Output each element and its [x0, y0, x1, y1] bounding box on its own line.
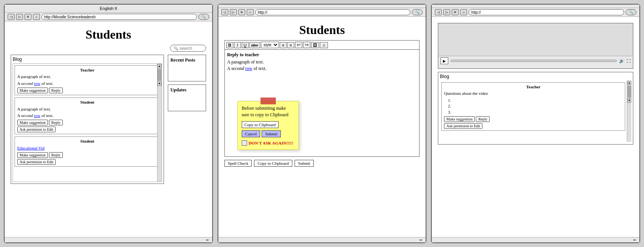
browser-content-1: Students 🔍 Blog Teacher A paragraph of t…	[5, 21, 212, 237]
post-entry-1: Teacher A paragraph of text. A second ro…	[15, 65, 160, 95]
editor-italic: second	[231, 66, 244, 71]
underline-btn[interactable]: U	[242, 42, 249, 48]
dont-ask-row: DON'T ASK AGAIN!!!!!	[242, 140, 295, 146]
scroll-up-1[interactable]: ▲	[157, 64, 162, 68]
reply-to-label: Reply to teacher	[227, 52, 417, 58]
link-1[interactable]: row	[34, 81, 40, 86]
reply-btn-p3[interactable]: Reply	[476, 116, 490, 122]
scroll-thumb-1[interactable]	[157, 69, 161, 81]
sticky-note: Before submitting make sure to copy to C…	[238, 101, 299, 150]
strikethrough-btn[interactable]: abe	[249, 42, 260, 48]
scroll-down-1[interactable]: ▼	[157, 81, 162, 86]
browser-footer-2: ✏	[218, 237, 426, 242]
search-icon-1: 🔍	[174, 46, 178, 50]
toolbar-1: ◁ ▷ ✕ ⌂ 🔍	[5, 13, 212, 21]
make-suggestion-btn-2[interactable]: Make suggestion	[17, 120, 48, 125]
post-item-3: 3.	[448, 109, 623, 115]
blog-scroll-area-1: Teacher A paragraph of text. A second ro…	[13, 63, 162, 182]
bold-btn[interactable]: B	[226, 42, 233, 48]
footer-icon-2: ✏	[420, 238, 423, 242]
ask-permission-btn-3[interactable]: Ask permision to Edit	[17, 159, 56, 165]
scrollbar-1: ▲ ▼	[157, 64, 162, 182]
titlebar-2	[218, 5, 426, 8]
edu-link[interactable]: Educational Vid	[17, 146, 44, 150]
copy-clipboard-btn-2[interactable]: Copy to Clipboard	[254, 160, 292, 167]
title-text-1: English II	[8, 6, 209, 11]
scroll-up-3[interactable]: ▲	[627, 81, 631, 85]
search-btn-1[interactable]: 🔍	[198, 14, 209, 20]
home-btn-2[interactable]: ⌂	[247, 9, 254, 15]
back-btn-3[interactable]: ◁	[435, 9, 442, 15]
close-btn-1[interactable]: ✕	[25, 14, 31, 20]
home-btn-3[interactable]: ⌂	[460, 9, 467, 15]
blog-section-1: Blog Teacher A paragraph of text. A seco…	[11, 55, 164, 184]
forward-btn-2[interactable]: ▷	[230, 9, 237, 15]
home-btn-1[interactable]: ⌂	[33, 14, 40, 20]
close-btn-2[interactable]: ✕	[238, 9, 245, 15]
blog-section-3: Blog Teacher Questions about the video 1…	[438, 72, 633, 145]
list-btn-1[interactable]: ≡	[280, 42, 287, 48]
video-progress[interactable]	[451, 60, 617, 62]
reply-btn-2[interactable]: Reply	[49, 120, 63, 125]
address-bar-3[interactable]	[469, 9, 624, 15]
sticky-copy-btn[interactable]: Copy to Clipboard	[242, 121, 279, 128]
link-2[interactable]: row	[34, 113, 40, 118]
post-entry-3: Student Educational Vid Make suggestion …	[15, 136, 160, 167]
back-btn-2[interactable]: ◁	[221, 9, 228, 15]
search-wrap: 🔍	[170, 45, 206, 52]
browser-content-2: Students B I U abe style ≡ ≡ ↩ ↪ 🖼 ☺ Rep…	[218, 17, 426, 237]
play-btn[interactable]: ▶	[441, 57, 448, 64]
footer-icon-1: ✏	[206, 238, 209, 242]
address-bar-2[interactable]	[255, 9, 411, 15]
forward-btn-3[interactable]: ▷	[443, 9, 450, 15]
reply-btn-1[interactable]: Reply	[49, 88, 63, 93]
spell-check-btn[interactable]: Spell Check	[224, 160, 252, 167]
reply-btn-3[interactable]: Reply	[49, 152, 63, 158]
make-suggestion-btn-1[interactable]: Make suggestion	[17, 88, 48, 93]
blog-label-3: Blog	[440, 74, 631, 79]
footer-icon-3: ✏	[633, 238, 636, 242]
make-suggestion-btn-3[interactable]: Make suggestion	[17, 152, 48, 158]
italic-btn[interactable]: I	[234, 42, 241, 48]
scroll-down-3[interactable]: ▼	[627, 98, 631, 103]
dont-ask-checkbox[interactable]	[242, 140, 247, 146]
post-title-p3: Questions about the video	[444, 91, 623, 96]
list-btn-2[interactable]: ≡	[287, 42, 294, 48]
search-input-1[interactable]	[180, 46, 203, 50]
make-suggestion-btn-p3[interactable]: Make suggestion	[444, 116, 475, 122]
dont-ask-label: DON'T ASK AGAIN!!!!!	[249, 141, 293, 145]
forward-btn-1[interactable]: ▷	[16, 14, 23, 20]
emoji-btn[interactable]: ☺	[320, 42, 328, 48]
fullscreen-btn[interactable]: ⛶	[627, 59, 631, 63]
sticky-cancel-btn[interactable]: Cancel	[242, 130, 261, 137]
ask-permission-btn-p3[interactable]: Ask permision to Edit	[444, 123, 482, 129]
recent-posts-box: Recent Posts	[168, 55, 206, 81]
style-select[interactable]: style	[261, 42, 279, 48]
sticky-submit-btn[interactable]: Submit	[262, 130, 281, 137]
submit-btn-2[interactable]: Submit	[295, 160, 314, 167]
redo-btn[interactable]: ↪	[303, 42, 310, 48]
italic-1: second	[21, 81, 33, 86]
sidebar-section-1: Recent Posts Updates	[168, 55, 206, 184]
search-btn-2[interactable]: 🔍	[412, 9, 423, 15]
editor-link[interactable]: row	[245, 66, 252, 71]
image-btn[interactable]: 🖼	[311, 42, 319, 48]
post-text-2a: A paragraph of text.	[17, 106, 157, 112]
close-btn-3[interactable]: ✕	[452, 9, 459, 15]
scroll-thumb-3[interactable]	[628, 86, 631, 98]
titlebar-3	[432, 5, 639, 8]
browser-footer-3: ✏	[432, 237, 639, 242]
post-text-2b: A second row of text.	[17, 113, 157, 119]
address-bar-1[interactable]	[41, 14, 197, 20]
back-btn-1[interactable]: ◁	[8, 14, 15, 20]
sticky-actions: Cancel Submit	[242, 130, 295, 137]
search-btn-3[interactable]: 🔍	[626, 9, 636, 15]
italic-2: second	[21, 113, 33, 118]
post-actions-p3a: Make suggestion Reply	[444, 116, 623, 122]
page-title-1: Students	[11, 28, 206, 42]
ask-permission-btn-2[interactable]: Ask permision to Edit	[17, 127, 56, 132]
editor-bottom-actions: Spell Check Copy to Clipboard Submit	[224, 160, 420, 167]
undo-btn[interactable]: ↩	[295, 42, 302, 48]
updates-label: Updates	[170, 87, 203, 93]
post-actions-3: Make suggestion Reply	[17, 152, 157, 158]
